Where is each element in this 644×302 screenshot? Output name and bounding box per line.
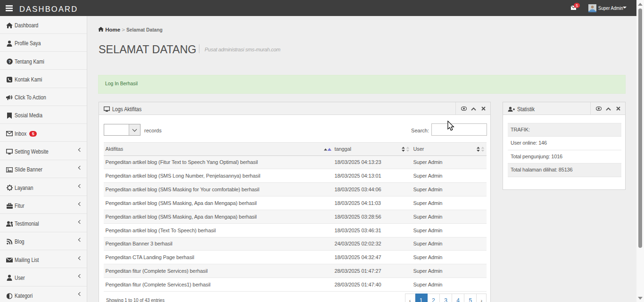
svg-text:?: ? [8, 59, 11, 64]
